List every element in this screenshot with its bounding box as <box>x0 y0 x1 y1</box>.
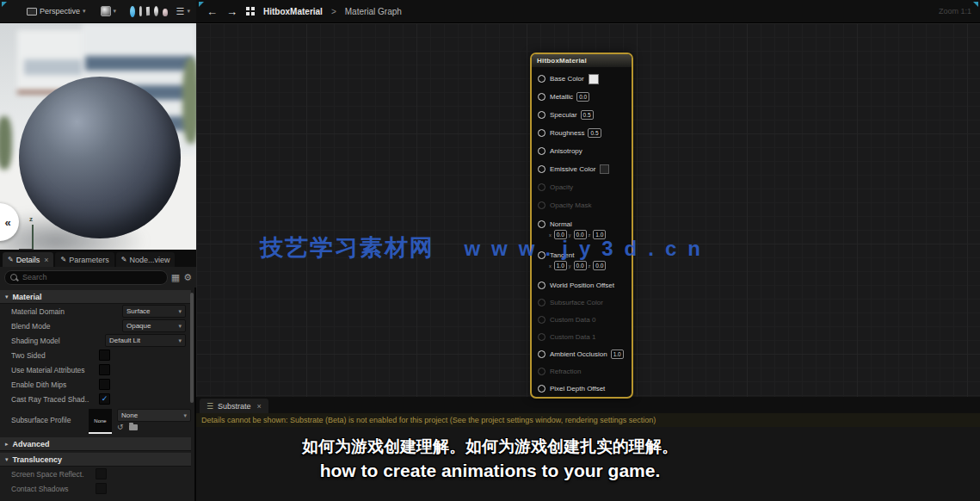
tab-parameters[interactable]: ✎ Parameters <box>55 252 114 267</box>
pin-circle-icon[interactable] <box>538 220 545 228</box>
cast-ray-traced-shadows-checkbox[interactable]: ✓ <box>99 393 110 405</box>
pin-normal[interactable]: Normal x 0.0 y 0.0 z 1.0 <box>532 214 632 245</box>
normal-y-value: 0.0 <box>574 230 587 239</box>
viewmode-dropdown[interactable]: ▾ <box>98 4 120 18</box>
material-result-node[interactable]: HitboxMaterial Base Color Metallic 0.0 S… <box>530 53 633 399</box>
pin-circle-icon[interactable] <box>538 147 545 155</box>
select-value: Default Lit <box>109 337 140 344</box>
breadcrumb-material-name[interactable]: HitboxMaterial <box>263 7 323 16</box>
tab-details[interactable]: ✎ Details × <box>3 252 53 267</box>
row-label: Screen Space Reflect. <box>11 470 96 479</box>
substrate-tab-bar: ☰ Substrate × <box>196 397 980 413</box>
emissive-color-swatch <box>600 164 609 174</box>
pin-world-position-offset[interactable]: World Position Offset <box>532 276 632 294</box>
pin-circle-icon[interactable] <box>538 111 545 119</box>
background-foliage-left <box>0 116 12 170</box>
pin-opacity[interactable]: Opacity <box>532 178 632 196</box>
pin-metallic[interactable]: Metallic 0.0 <box>532 88 632 106</box>
perspective-dropdown[interactable]: Perspective ▾ <box>24 5 89 17</box>
pin-tangent[interactable]: Tangent x 1.0 y 0.0 z 0.0 <box>532 245 632 276</box>
row-two-sided: Two Sided <box>0 348 191 362</box>
browse-folder-icon[interactable] <box>129 424 138 430</box>
pin-base-color[interactable]: Base Color <box>532 70 632 88</box>
shape-teapot-button[interactable] <box>163 9 167 16</box>
chevron-down-icon: ▾ <box>183 412 187 419</box>
search-input[interactable] <box>21 272 162 282</box>
category-material[interactable]: ▾ Material <box>0 290 191 304</box>
chevron-down-icon: ▾ <box>114 8 117 15</box>
row-shading-model: Shading Model Default Lit ▾ <box>0 333 191 348</box>
category-label: Translucency <box>13 455 63 464</box>
subsurface-profile-select[interactable]: None ▾ <box>117 409 191 422</box>
tab-substrate[interactable]: ☰ Substrate × <box>200 399 268 413</box>
shape-cylinder-button[interactable] <box>139 6 142 16</box>
viewport-menu-button[interactable]: ☰ ▾ <box>174 5 193 18</box>
material-domain-select[interactable]: Surface ▾ <box>122 305 186 318</box>
pin-circle-icon[interactable] <box>538 129 545 137</box>
reset-icon[interactable]: ↺ <box>117 424 124 431</box>
subsurface-profile-thumbnail[interactable]: None <box>89 409 112 434</box>
gear-icon[interactable]: ⚙ <box>183 273 192 282</box>
row-enable-dith-mips: Enable Dith Mips <box>0 377 191 392</box>
pin-ambient-occlusion[interactable]: Ambient Occlusion 1.0 <box>532 345 632 362</box>
back-button[interactable]: ← <box>206 5 218 18</box>
pin-custom-data-0[interactable]: Custom Data 0 <box>532 311 632 328</box>
breadcrumb-graph-page[interactable]: Material Graph <box>345 7 402 16</box>
pin-roughness[interactable]: Roughness 0.5 <box>532 124 632 142</box>
close-icon[interactable]: × <box>44 256 48 264</box>
list-icon: ☰ <box>206 402 213 411</box>
thumbnail-label: None <box>94 418 106 424</box>
shape-sphere-selected-button[interactable] <box>130 6 134 17</box>
screen-space-reflections-checkbox[interactable] <box>96 468 107 479</box>
row-use-material-attributes: Use Material Attributes <box>0 362 191 377</box>
pin-circle-icon[interactable] <box>538 281 545 289</box>
base-color-swatch <box>589 74 599 84</box>
pin-refraction[interactable]: Refraction <box>532 362 632 380</box>
pin-anisotropy[interactable]: Anisotropy <box>532 142 632 160</box>
corner-marker <box>973 2 978 7</box>
pin-subsurface-color[interactable]: Subsurface Color <box>532 294 632 311</box>
pin-circle-icon[interactable] <box>538 350 545 358</box>
pin-circle-icon[interactable] <box>538 385 545 393</box>
search-box[interactable] <box>4 270 168 285</box>
pin-circle-icon[interactable] <box>538 93 545 101</box>
chevron-down-icon: ▾ <box>5 456 9 463</box>
tab-details-label: Details <box>16 256 40 264</box>
pin-emissive-color[interactable]: Emissive Color <box>532 160 632 178</box>
contact-shadows-checkbox[interactable] <box>96 483 107 494</box>
use-material-attributes-checkbox[interactable] <box>99 364 110 375</box>
pin-circle-icon <box>538 201 545 209</box>
material-preview-viewport[interactable]: z x <box>0 23 196 250</box>
shape-cube-button[interactable] <box>146 7 151 16</box>
pin-circle-icon[interactable] <box>538 251 545 259</box>
filter-grid-icon[interactable]: ▦ <box>171 273 180 282</box>
forward-button[interactable]: → <box>226 5 237 18</box>
details-scrollbar[interactable] <box>190 293 194 403</box>
row-screen-space-reflections: Screen Space Reflect. <box>0 467 191 481</box>
pin-pixel-depth-offset[interactable]: Pixel Depth Offset <box>532 380 632 397</box>
pin-custom-data-1[interactable]: Custom Data 1 <box>532 328 632 345</box>
close-icon[interactable]: × <box>257 402 262 411</box>
pin-circle-icon <box>538 299 545 306</box>
tab-node-preview[interactable]: ✎ Node...view <box>116 252 176 267</box>
shading-model-select[interactable]: Default Lit ▾ <box>105 334 186 347</box>
viewport-toolbar: Perspective ▾ ▾ ☰ ▾ <box>0 0 196 23</box>
normal-z-value: 1.0 <box>593 230 606 239</box>
pin-circle-icon[interactable] <box>538 75 545 83</box>
tab-node-preview-label: Node...view <box>129 256 169 264</box>
graph-hierarchy-icon[interactable] <box>246 7 255 15</box>
pin-circle-icon <box>538 333 545 341</box>
tangent-x-value: 1.0 <box>554 261 567 270</box>
pin-opacity-mask[interactable]: Opacity Mask <box>532 196 632 214</box>
panel-tab-bar: ✎ Details × ✎ Parameters ✎ Node...view <box>0 250 196 267</box>
pin-circle-icon[interactable] <box>538 165 545 173</box>
two-sided-checkbox[interactable] <box>99 349 110 361</box>
blend-mode-select[interactable]: Opaque ▾ <box>122 319 186 332</box>
category-advanced[interactable]: ▸ Advanced <box>0 437 191 451</box>
category-translucency[interactable]: ▾ Translucency <box>0 453 191 467</box>
pin-specular[interactable]: Specular 0.5 <box>532 106 632 124</box>
shape-sphere-button[interactable] <box>154 6 158 16</box>
node-header[interactable]: HitboxMaterial <box>532 54 632 67</box>
chevrons-left-icon: « <box>4 216 10 229</box>
enable-dith-mips-checkbox[interactable] <box>99 379 110 390</box>
